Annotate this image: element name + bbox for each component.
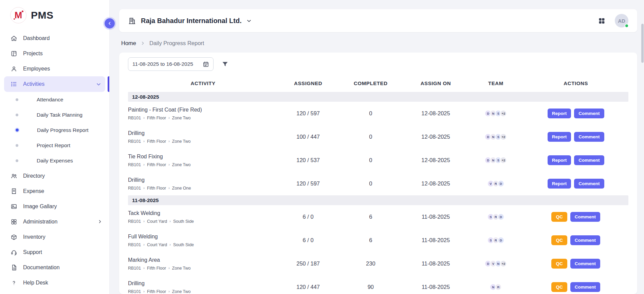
assign-on-value: 11-08-2025 <box>403 260 468 267</box>
chevron-right-icon: › <box>143 116 145 120</box>
column-header-actions: ACTIONS <box>523 80 628 86</box>
scrollbar-thumb[interactable] <box>641 24 644 63</box>
breadcrumb-current: Daily Progress Report <box>149 40 204 46</box>
sidebar-nav: DashboardProjectsEmployeesActivitiesAtte… <box>0 29 109 290</box>
path-segment: RB101 <box>128 242 141 247</box>
completed-value: 0 <box>338 180 403 187</box>
path-segment: Court Yard <box>147 242 167 247</box>
sidebar-subitem-label: Attendance <box>37 97 63 103</box>
logo-text: PMS <box>31 9 54 21</box>
comment-button[interactable]: Comment <box>574 155 604 165</box>
team-extra-count[interactable]: +2 <box>500 260 507 267</box>
sidebar: M PMS DashboardProjectsEmployeesActiviti… <box>0 0 110 294</box>
sidebar-subitem-project-report[interactable]: Project Report <box>0 138 109 153</box>
column-header-completed: COMPLETED <box>338 80 403 86</box>
sidebar-subitem-daily-progress-report[interactable]: Daily Progress Report <box>0 122 109 138</box>
activity-title: Tie Rod Fixing <box>128 154 274 160</box>
chevron-right-icon: › <box>143 139 145 143</box>
sidebar-item-expense[interactable]: Expense <box>0 183 109 199</box>
chevron-right-icon <box>141 41 145 45</box>
sidebar-item-inventory[interactable]: Inventory <box>0 229 109 244</box>
team-extra-count[interactable]: +2 <box>500 133 507 140</box>
sidebar-item-directory[interactable]: Directory <box>0 168 109 183</box>
sidebar-item-documentation[interactable]: Documentation <box>0 260 109 275</box>
logo: M PMS <box>0 0 109 29</box>
comment-button[interactable]: Comment <box>574 109 604 118</box>
apps-grid-icon[interactable] <box>598 17 605 24</box>
qc-button[interactable]: QC <box>551 259 567 269</box>
company-name: Raja Bahadur International Ltd. <box>141 17 242 25</box>
comment-button[interactable]: Comment <box>570 259 600 269</box>
sidebar-item-dashboard[interactable]: Dashboard <box>0 31 109 46</box>
qc-button[interactable]: QC <box>551 235 567 245</box>
row-actions: ReportComment <box>523 155 628 165</box>
sidebar-subitem-daily-expenses[interactable]: Daily Expenses <box>0 153 109 168</box>
comment-button[interactable]: Comment <box>574 132 604 142</box>
sidebar-item-projects[interactable]: Projects <box>0 46 109 61</box>
employees-icon <box>10 65 18 73</box>
sidebar-subitem-label: Project Report <box>37 142 70 149</box>
row-actions: ReportComment <box>523 132 628 142</box>
report-button[interactable]: Report <box>548 155 571 165</box>
comment-button[interactable]: Comment <box>570 235 600 245</box>
qc-button[interactable]: QC <box>551 282 567 292</box>
completed-value: 0 <box>338 110 403 117</box>
chevron-right-icon: › <box>143 163 145 166</box>
team-extra-count[interactable]: +2 <box>500 157 507 164</box>
assigned-value: 120 / 597 <box>278 110 338 117</box>
table-body: 12-08-2025Painting - First Coat (Fire Re… <box>128 92 628 294</box>
bullet-icon <box>16 98 18 101</box>
team-avatar[interactable]: D <box>497 213 504 220</box>
page-scrollbar[interactable] <box>641 0 644 294</box>
team-avatar[interactable]: D <box>497 180 504 187</box>
report-button[interactable]: Report <box>548 109 571 118</box>
path-segment: Fifth Floor <box>147 289 166 294</box>
activity-path: RB101›Fifth Floor›Zone Two <box>128 116 274 120</box>
team-avatars: SRD <box>468 237 523 244</box>
report-table: ACTIVITYASSIGNEDCOMPLETEDASSIGN ONTEAMAC… <box>128 74 628 294</box>
comment-button[interactable]: Comment <box>574 179 604 189</box>
completed-value: 6 <box>338 214 403 220</box>
path-segment: RB101 <box>128 116 141 120</box>
sidebar-item-label: Expense <box>23 188 44 194</box>
sidebar-item-help-desk[interactable]: Help Desk <box>0 275 109 290</box>
gallery-icon <box>10 203 18 210</box>
sidebar-item-employees[interactable]: Employees <box>0 61 109 76</box>
completed-value: 0 <box>338 134 403 140</box>
sidebar-subitem-daily-task-planning[interactable]: Daily Task Planning <box>0 107 109 122</box>
qc-button[interactable]: QC <box>551 212 567 222</box>
sidebar-item-label: Support <box>23 249 42 255</box>
sidebar-item-support[interactable]: Support <box>0 244 109 260</box>
sidebar-item-administration[interactable]: Administration <box>0 214 109 229</box>
sidebar-subitem-label: Daily Task Planning <box>37 112 82 118</box>
sidebar-subitem-attendance[interactable]: Attendance <box>0 92 109 107</box>
activity-path: RB101›Fifth Floor›Zone Two <box>128 139 274 144</box>
activity-cell: Marking AreaRB101›Fifth Floor›Zone Two <box>128 257 278 271</box>
team-extra-count[interactable]: +2 <box>500 110 507 117</box>
path-segment: RB101 <box>128 162 141 167</box>
chevron-right-icon: › <box>168 290 170 293</box>
chevron-right-icon: › <box>169 243 171 247</box>
filter-icon[interactable] <box>222 61 228 67</box>
sidebar-item-activities[interactable]: Activities <box>4 76 105 92</box>
activity-title: Tack Welding <box>128 210 274 216</box>
sidebar-collapse-button[interactable] <box>105 18 115 28</box>
comment-button[interactable]: Comment <box>570 212 600 222</box>
report-button[interactable]: Report <box>548 132 571 142</box>
avatar[interactable]: AD <box>615 14 628 27</box>
path-segment: Zone Two <box>172 266 191 271</box>
sidebar-item-label: Dashboard <box>23 35 50 41</box>
path-segment: RB101 <box>128 219 141 224</box>
team-avatar[interactable]: R <box>495 283 502 291</box>
team-avatar[interactable]: D <box>497 237 504 244</box>
assigned-value: 120 / 537 <box>278 157 338 163</box>
completed-value: 0 <box>338 157 403 163</box>
company-selector[interactable]: Raja Bahadur International Ltd. <box>128 17 252 25</box>
breadcrumb-home[interactable]: Home <box>121 40 136 46</box>
comment-button[interactable]: Comment <box>570 282 600 292</box>
date-range-input[interactable]: 11-08-2025 to 16-08-2025 <box>128 57 214 71</box>
administration-icon <box>10 218 18 226</box>
sidebar-item-image-gallary[interactable]: Image Gallary <box>0 199 109 214</box>
report-button[interactable]: Report <box>548 179 571 189</box>
chevron-down-icon <box>96 82 101 87</box>
